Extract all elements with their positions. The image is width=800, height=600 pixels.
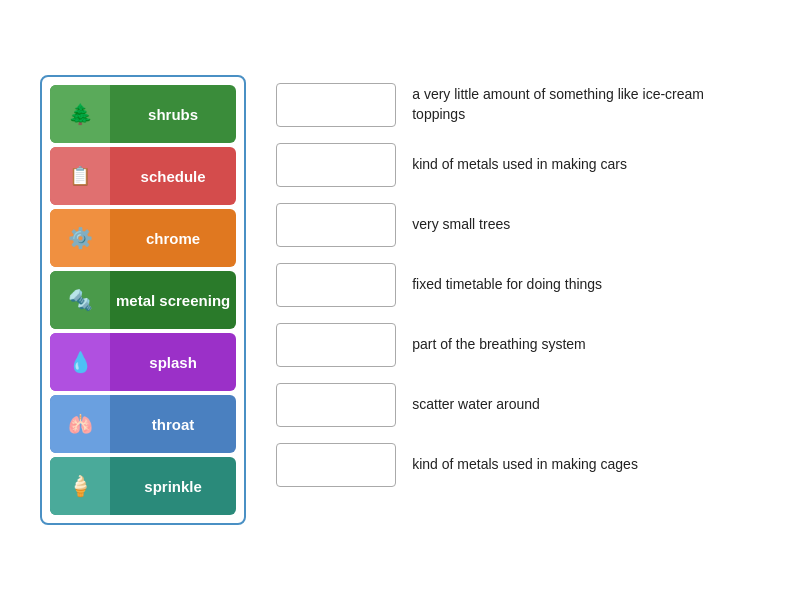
sprinkle-label: sprinkle — [110, 474, 236, 499]
splash-label: splash — [110, 350, 236, 375]
schedule-label: schedule — [110, 164, 236, 189]
word-item-splash[interactable]: splash — [50, 333, 236, 391]
definition-text-2: kind of metals used in making cars — [412, 155, 760, 175]
definition-row-2: kind of metals used in making cars — [276, 135, 760, 195]
word-item-shrubs[interactable]: shrubs — [50, 85, 236, 143]
metal_screening-icon — [50, 271, 110, 329]
definition-row-1: a very little amount of something like i… — [276, 75, 760, 135]
word-item-schedule[interactable]: schedule — [50, 147, 236, 205]
metal_screening-label: metal screening — [110, 288, 236, 313]
schedule-icon — [50, 147, 110, 205]
definition-row-6: scatter water around — [276, 375, 760, 435]
answer-box-3[interactable] — [276, 203, 396, 247]
shrubs-icon — [50, 85, 110, 143]
word-item-throat[interactable]: throat — [50, 395, 236, 453]
word-item-sprinkle[interactable]: sprinkle — [50, 457, 236, 515]
definition-text-1: a very little amount of something like i… — [412, 85, 760, 124]
chrome-icon — [50, 209, 110, 267]
splash-icon — [50, 333, 110, 391]
definition-row-4: fixed timetable for doing things — [276, 255, 760, 315]
definition-text-3: very small trees — [412, 215, 760, 235]
throat-label: throat — [110, 412, 236, 437]
answer-box-4[interactable] — [276, 263, 396, 307]
definition-row-5: part of the breathing system — [276, 315, 760, 375]
definition-text-4: fixed timetable for doing things — [412, 275, 760, 295]
definition-text-5: part of the breathing system — [412, 335, 760, 355]
answer-box-5[interactable] — [276, 323, 396, 367]
sprinkle-icon — [50, 457, 110, 515]
word-item-chrome[interactable]: chrome — [50, 209, 236, 267]
throat-icon — [50, 395, 110, 453]
answer-box-1[interactable] — [276, 83, 396, 127]
chrome-label: chrome — [110, 226, 236, 251]
main-container: shrubsschedulechromemetal screeningsplas… — [10, 45, 790, 555]
left-panel: shrubsschedulechromemetal screeningsplas… — [40, 75, 246, 525]
shrubs-label: shrubs — [110, 102, 236, 127]
definition-row-7: kind of metals used in making cages — [276, 435, 760, 495]
definition-text-6: scatter water around — [412, 395, 760, 415]
word-item-metal_screening[interactable]: metal screening — [50, 271, 236, 329]
right-panel: a very little amount of something like i… — [276, 75, 760, 495]
answer-box-2[interactable] — [276, 143, 396, 187]
definition-text-7: kind of metals used in making cages — [412, 455, 760, 475]
answer-box-7[interactable] — [276, 443, 396, 487]
answer-box-6[interactable] — [276, 383, 396, 427]
definition-row-3: very small trees — [276, 195, 760, 255]
